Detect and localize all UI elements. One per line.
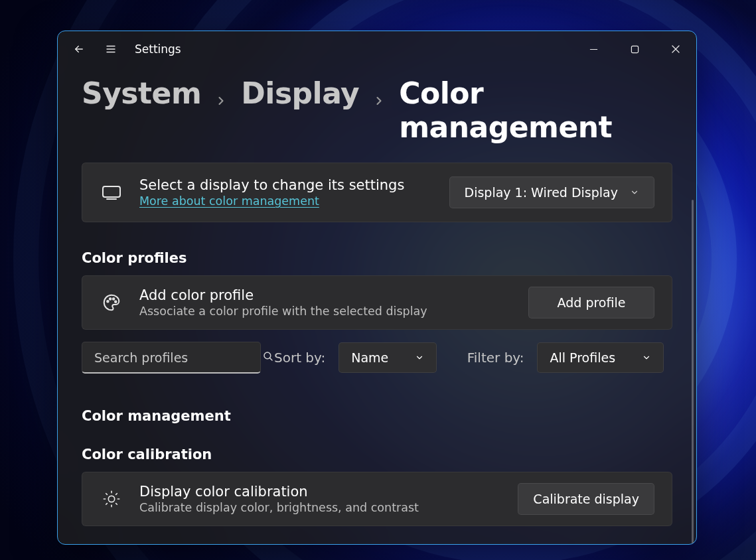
search-profiles-text[interactable] <box>94 350 256 365</box>
hamburger-menu-button[interactable] <box>95 33 127 65</box>
filter-by-value: All Profiles <box>550 350 615 365</box>
chevron-right-icon <box>372 94 386 107</box>
svg-point-4 <box>113 298 115 300</box>
sort-by-dropdown[interactable]: Name <box>339 342 437 373</box>
display-color-calibration-subtitle: Calibrate display color, brightness, and… <box>139 501 502 514</box>
content-area: System Display Color management Select a… <box>58 67 696 544</box>
palette-icon <box>100 293 123 313</box>
breadcrumb-color-management: Color management <box>399 76 672 144</box>
display-select-value: Display 1: Wired Display <box>465 185 618 200</box>
back-button[interactable] <box>63 33 95 65</box>
display-selector-card: Select a display to change its settings … <box>82 163 672 222</box>
svg-point-3 <box>110 298 112 300</box>
chevron-down-icon <box>630 185 639 200</box>
brightness-icon <box>100 490 123 508</box>
display-select-dropdown[interactable]: Display 1: Wired Display <box>449 176 654 208</box>
sort-by-label: Sort by: <box>274 350 325 366</box>
svg-point-7 <box>108 496 114 502</box>
breadcrumb-system[interactable]: System <box>82 76 201 110</box>
add-color-profile-title: Add color profile <box>139 287 512 303</box>
close-button[interactable] <box>655 35 696 64</box>
titlebar: Settings <box>58 31 696 67</box>
window-caption-buttons <box>573 35 696 64</box>
maximize-button[interactable] <box>614 35 655 64</box>
display-icon <box>100 184 123 200</box>
scrollbar[interactable] <box>692 200 694 544</box>
svg-rect-0 <box>631 46 638 52</box>
search-icon <box>262 350 274 365</box>
filter-by-dropdown[interactable]: All Profiles <box>537 342 664 373</box>
add-color-profile-card: Add color profile Associate a color prof… <box>82 275 672 330</box>
breadcrumb: System Display Color management <box>82 76 672 144</box>
profiles-toolbar: Sort by: Name Filter by: All Profiles <box>82 342 672 374</box>
calibrate-display-button[interactable]: Calibrate display <box>518 483 654 515</box>
svg-point-5 <box>115 301 117 303</box>
add-profile-button[interactable]: Add profile <box>528 287 654 318</box>
svg-rect-1 <box>103 186 120 197</box>
display-color-calibration-card: Display color calibration Calibrate disp… <box>82 472 672 526</box>
more-about-color-management-link[interactable]: More about color management <box>139 194 319 208</box>
chevron-down-icon <box>415 350 424 365</box>
minimize-button[interactable] <box>573 35 614 64</box>
display-selector-heading: Select a display to change its settings <box>139 177 433 193</box>
display-color-calibration-title: Display color calibration <box>139 484 502 500</box>
app-title: Settings <box>135 42 181 56</box>
section-color-calibration: Color calibration <box>82 447 672 462</box>
add-color-profile-subtitle: Associate a color profile with the selec… <box>139 305 512 318</box>
chevron-right-icon <box>214 94 228 107</box>
filter-by-label: Filter by: <box>467 350 524 366</box>
section-color-profiles: Color profiles <box>82 250 672 266</box>
settings-window: Settings System Display Color management <box>57 31 697 545</box>
breadcrumb-display[interactable]: Display <box>241 76 359 110</box>
search-profiles-input[interactable] <box>82 342 261 374</box>
svg-point-2 <box>107 301 109 303</box>
section-color-management: Color management <box>82 408 672 424</box>
sort-by-value: Name <box>351 350 388 365</box>
chevron-down-icon <box>642 350 651 365</box>
